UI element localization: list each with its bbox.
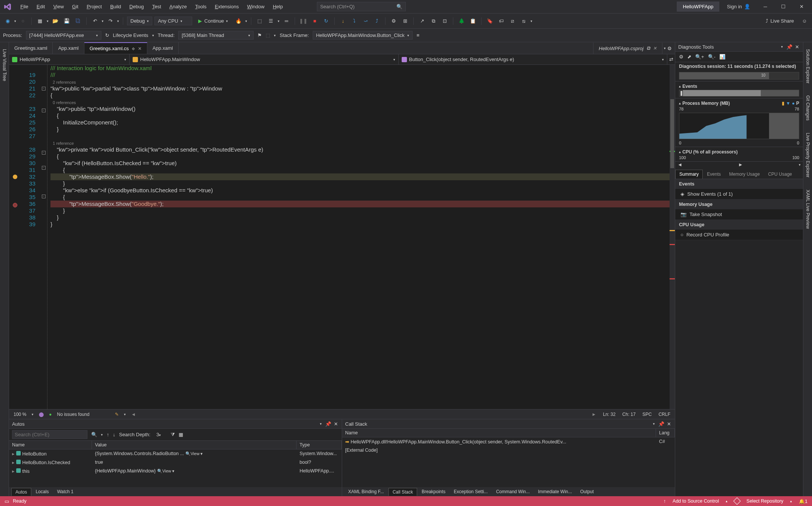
tool3-icon[interactable]: ↗ <box>417 17 427 26</box>
output-icon[interactable]: ▭ <box>5 498 9 504</box>
vertical-scrollbar[interactable] <box>670 65 675 409</box>
hot-reload-icon[interactable]: 🔥 <box>234 17 243 26</box>
bm1-icon[interactable]: 🔖 <box>485 17 494 26</box>
record-cpu-item[interactable]: ○Record CPU Profile <box>675 230 803 240</box>
code-line[interactable]: "kw">public "kw">partial "kw">class "tp"… <box>50 85 670 92</box>
redo-icon[interactable]: ↷ <box>106 17 115 26</box>
search-icon[interactable]: 🔍 <box>91 432 97 437</box>
settings-icon[interactable]: ⚙ <box>679 54 684 60</box>
autos-row[interactable]: ▸HelloButton{System.Windows.Controls.Rad… <box>9 449 342 458</box>
continue-button[interactable]: ▶Continue▾ <box>194 17 232 25</box>
code-line[interactable]: "kw">private "kw">void Button_Click("kw"… <box>50 146 670 153</box>
doc-tab[interactable]: Greetings.xaml <box>9 42 53 54</box>
code-line[interactable]: "tp">MessageBox.Show("Goodbye."); <box>50 201 670 207</box>
menu-tools[interactable]: Tools <box>191 2 210 12</box>
tab-overflow-icon[interactable]: ▾ <box>664 46 666 50</box>
tool1-icon[interactable]: ⚙ <box>389 17 398 26</box>
select-repo-button[interactable]: Select Repository <box>746 498 783 504</box>
menu-file[interactable]: File <box>17 2 32 12</box>
fold-icon[interactable]: − <box>42 195 46 198</box>
bm3-icon[interactable]: ⧄ <box>508 17 517 26</box>
flag-icon[interactable]: ⚑ <box>257 32 262 38</box>
diag-tab[interactable]: CPU Usage <box>764 170 796 179</box>
brush-icon[interactable]: ✎ <box>115 412 119 417</box>
prop-icon[interactable]: 📋 <box>468 17 477 26</box>
close-icon[interactable]: ✕ <box>794 44 800 50</box>
autos-row[interactable]: ▸this{HelloWPFApp.MainWindow} 🔍View ▾Hel… <box>9 467 342 475</box>
gear-icon[interactable]: ⚙ <box>667 46 672 51</box>
line-indicator[interactable]: Ln: 32 <box>603 412 615 417</box>
code-line[interactable]: /// Interaction logic for MainWindow.xam… <box>50 65 670 72</box>
dropdown-icon[interactable]: ▾ <box>779 44 785 50</box>
zoom-out-icon[interactable]: 🔍- <box>708 54 716 60</box>
eol-indicator[interactable]: CRLF <box>659 412 670 417</box>
step-into-icon[interactable]: ⤵ <box>350 17 359 26</box>
code-line[interactable]: { <box>50 194 670 201</box>
code-line[interactable]: 1 reference <box>50 140 670 146</box>
fold-icon[interactable]: − <box>42 151 46 155</box>
fold-icon[interactable]: − <box>42 87 46 90</box>
col-indicator[interactable]: Ch: 17 <box>622 412 636 417</box>
restart-icon[interactable]: ↻ <box>321 17 330 26</box>
menu-test[interactable]: Test <box>148 2 165 12</box>
close-button[interactable]: ✕ <box>794 1 809 12</box>
stop-icon[interactable]: ■ <box>310 17 319 26</box>
pin-icon[interactable]: 📌 <box>325 421 331 427</box>
code-line[interactable]: "tp">MessageBox.Show("Hello."); <box>50 173 670 180</box>
time-ruler[interactable]: 10 <box>679 72 799 80</box>
take-snapshot-item[interactable]: 📷Take Snapshot <box>675 209 803 220</box>
tool4-icon[interactable]: ⧉ <box>429 17 438 26</box>
minimize-button[interactable]: ─ <box>758 1 773 12</box>
tool2-icon[interactable]: ⊞ <box>401 17 410 26</box>
autos-search-input[interactable] <box>12 430 87 439</box>
menu-git[interactable]: Git <box>68 2 82 12</box>
bottom-tab[interactable]: Exception Setti... <box>450 488 491 495</box>
doc-tab[interactable]: Greetings.xaml.cs⟐✕ <box>84 42 147 54</box>
indent-indicator[interactable]: SPC <box>642 412 652 417</box>
code-line[interactable]: { <box>50 167 670 173</box>
code-line[interactable]: /// <box>50 72 670 78</box>
health-icon[interactable]: ⬤ <box>39 412 44 417</box>
code-line[interactable]: 0 references <box>50 99 670 106</box>
close-tab-icon[interactable]: ✕ <box>653 46 657 51</box>
zoom-in-icon[interactable]: 🔍+ <box>695 54 704 60</box>
quick-search[interactable]: Search (Ctrl+Q) 🔍 <box>317 2 406 11</box>
menu-help[interactable]: Help <box>269 2 287 12</box>
undo-icon[interactable]: ↶ <box>90 17 99 26</box>
callstack-row[interactable]: [External Code] <box>342 446 675 454</box>
bottom-tab[interactable]: Locals <box>32 488 53 495</box>
code-line[interactable]: } <box>50 214 670 221</box>
menu-view[interactable]: View <box>49 2 67 12</box>
pin-icon[interactable]: 📌 <box>658 421 664 427</box>
source-control-button[interactable]: Add to Source Control <box>673 498 719 504</box>
opts-icon[interactable]: ☰ <box>266 17 275 26</box>
chart-icon[interactable]: 📊 <box>719 54 725 60</box>
code-line[interactable]: "kw">if (HelloButton.IsChecked == "kw">t… <box>50 160 670 167</box>
bm4-icon[interactable]: ⧅ <box>519 17 528 26</box>
diag-tab[interactable]: Events <box>703 170 725 179</box>
bottom-tab[interactable]: Watch 1 <box>53 488 77 495</box>
breakpoint-icon[interactable] <box>13 203 17 207</box>
side-tab[interactable]: Live Property Explorer <box>804 130 811 180</box>
h-scroll-right-icon[interactable]: ► <box>592 412 596 417</box>
lifecycle-icon[interactable]: ↻ <box>105 32 109 38</box>
diag-h-scroll[interactable]: ◄►▾ <box>675 161 803 167</box>
nav-back-icon[interactable]: ◉ <box>3 17 12 26</box>
tree-icon[interactable]: 🌲 <box>457 17 466 26</box>
code-line[interactable]: { <box>50 153 670 160</box>
config-combo[interactable]: Debug▾ <box>127 17 152 25</box>
down-icon[interactable]: ↓ <box>113 432 116 437</box>
code-line[interactable]: 2 references <box>50 78 670 85</box>
bottom-tab[interactable]: Breakpoints <box>418 488 449 495</box>
bottom-tab[interactable]: Output <box>577 488 598 495</box>
events-section-hdr[interactable]: ▴Events <box>679 83 799 90</box>
step-over-icon[interactable]: ⤻ <box>361 17 370 26</box>
zoom-level[interactable]: 100 % <box>14 412 26 417</box>
feedback-icon[interactable]: ☺ <box>800 17 809 26</box>
pin-icon[interactable]: 📌 <box>786 44 792 50</box>
platform-combo[interactable]: Any CPU▾ <box>154 17 192 25</box>
project-combo[interactable]: HelloWPFApp▾ <box>9 54 130 64</box>
bm2-icon[interactable]: 🏷 <box>497 17 506 26</box>
bottom-tab[interactable]: Command Win... <box>492 488 533 495</box>
overflow-icon[interactable]: ≡ <box>416 32 419 38</box>
